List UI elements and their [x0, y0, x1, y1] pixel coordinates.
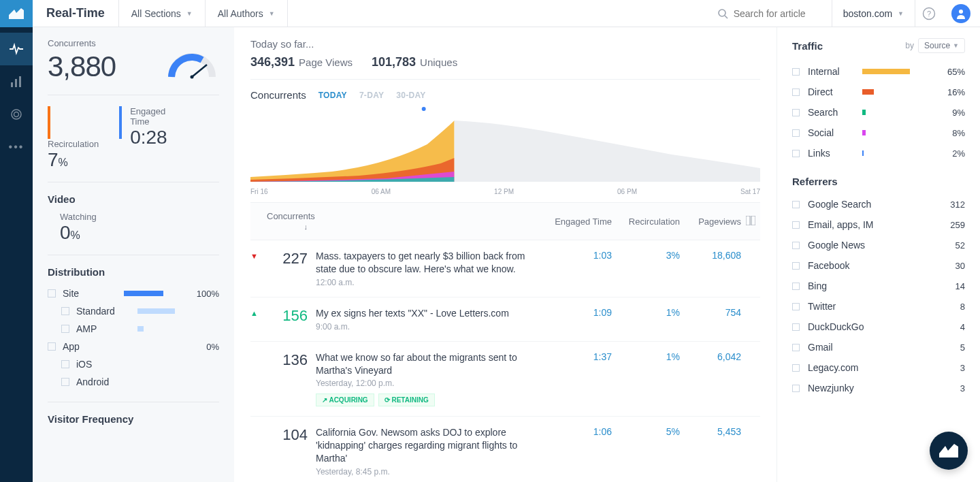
traffic-row[interactable]: Links 2%: [792, 143, 965, 163]
checkbox[interactable]: [792, 262, 800, 270]
tab-7day[interactable]: 7-DAY: [359, 91, 384, 100]
checkbox[interactable]: [61, 378, 69, 386]
referrer-label: Twitter: [808, 301, 960, 312]
referrer-row[interactable]: DuckDuckGo 4: [792, 317, 965, 337]
checkbox[interactable]: [792, 242, 800, 249]
help-icon: ?: [922, 7, 936, 20]
checkbox[interactable]: [48, 342, 56, 351]
checkbox[interactable]: [792, 150, 800, 157]
referrer-row[interactable]: Google Search 312: [792, 194, 965, 214]
article-title[interactable]: What we know so far about the migrants s…: [316, 351, 537, 377]
table-row[interactable]: ▲ 156 My ex signs her texts "XX" - Love …: [250, 298, 760, 342]
checkbox[interactable]: [792, 129, 800, 137]
chevron-down-icon[interactable]: ▼: [250, 252, 258, 260]
col-recirculation[interactable]: Recirculation: [612, 216, 680, 227]
referrer-row[interactable]: Newzjunky 3: [792, 378, 965, 398]
table-row[interactable]: 104 California Gov. Newsom asks DOJ to e…: [250, 417, 760, 482]
dist-row[interactable]: Site 100%: [48, 285, 219, 302]
traffic-row[interactable]: Social 8%: [792, 123, 965, 143]
traffic-label: Search: [808, 107, 857, 118]
filter-sections[interactable]: All Sections ▼: [119, 0, 206, 27]
nav-goals[interactable]: [0, 98, 33, 131]
checkbox[interactable]: [792, 68, 800, 76]
referrer-row[interactable]: Gmail 5: [792, 337, 965, 357]
recirc-value: 7: [48, 149, 59, 170]
search-box[interactable]: [708, 8, 832, 19]
dist-label: Site: [63, 288, 117, 299]
checkbox[interactable]: [48, 289, 56, 298]
tab-30day[interactable]: 30-DAY: [396, 91, 425, 100]
user-avatar[interactable]: [951, 4, 970, 23]
chevron-up-icon[interactable]: ▲: [250, 309, 258, 317]
checkbox[interactable]: [792, 109, 800, 116]
dist-label: Standard: [76, 306, 131, 317]
checkbox[interactable]: [61, 307, 69, 315]
traffic-row[interactable]: Search 9%: [792, 102, 965, 123]
referrer-label: Google News: [808, 240, 956, 251]
svg-point-12: [422, 107, 426, 111]
traffic-pct: 16%: [941, 87, 965, 97]
dist-label: Android: [76, 376, 131, 387]
col-concurrents[interactable]: Concurrents ↓: [267, 211, 316, 231]
checkbox[interactable]: [792, 385, 800, 392]
traffic-row[interactable]: Direct 16%: [792, 82, 965, 102]
recirc-label: Recirculation: [48, 106, 99, 149]
tab-today[interactable]: TODAY: [318, 91, 347, 100]
dist-row[interactable]: AMP: [61, 320, 219, 338]
referrer-row[interactable]: Google News 52: [792, 235, 965, 255]
nav-historical[interactable]: [0, 65, 33, 98]
tag: ⟳ RETAINING: [378, 393, 435, 406]
visitor-freq-header: Visitor Frequency: [48, 413, 219, 425]
checkbox[interactable]: [792, 303, 800, 310]
col-pageviews[interactable]: Pageviews: [680, 216, 741, 227]
table-row[interactable]: ▼ 227 Mass. taxpayers to get nearly $3 b…: [250, 240, 760, 298]
row-engaged-time: 1:37: [544, 351, 612, 407]
dist-row[interactable]: App 0%: [48, 338, 219, 355]
referrer-row[interactable]: Facebook 30: [792, 255, 965, 276]
table-row[interactable]: 136 What we know so far about the migran…: [250, 342, 760, 417]
brand-logo[interactable]: [0, 0, 33, 27]
checkbox[interactable]: [792, 344, 800, 351]
referrer-row[interactable]: Twitter 8: [792, 296, 965, 317]
col-engaged-time[interactable]: Engaged Time: [544, 216, 612, 227]
checkbox[interactable]: [792, 221, 800, 229]
row-concurrents: 136: [267, 351, 316, 407]
dist-pct: 0%: [206, 342, 219, 352]
dist-row[interactable]: Standard: [61, 302, 219, 320]
concurrents-value: 3,880: [48, 50, 116, 83]
checkbox[interactable]: [792, 364, 800, 372]
traffic-label: Social: [808, 127, 857, 138]
article-title[interactable]: My ex signs her texts "XX" - Love Letter…: [316, 307, 537, 320]
axis-tick: Fri 16: [250, 188, 268, 195]
row-pageviews: 18,608: [680, 250, 741, 287]
checkbox[interactable]: [792, 201, 800, 208]
article-title[interactable]: Mass. taxpayers to get nearly $3 billion…: [316, 250, 537, 276]
checkbox[interactable]: [792, 323, 800, 331]
row-engaged-time: 1:03: [544, 250, 612, 287]
bar-chart-icon: [10, 76, 22, 88]
referrer-row[interactable]: Email, apps, IM 259: [792, 214, 965, 235]
checkbox[interactable]: [61, 360, 69, 368]
referrer-row[interactable]: Bing 14: [792, 276, 965, 296]
checkbox[interactable]: [792, 283, 800, 290]
svg-point-9: [14, 112, 19, 117]
checkbox[interactable]: [61, 325, 69, 333]
source-dropdown[interactable]: Source ▼: [918, 38, 965, 53]
filter-authors[interactable]: All Authors ▼: [206, 0, 288, 27]
nav-realtime[interactable]: [0, 33, 33, 65]
pageviews-number: 346,391: [250, 55, 295, 69]
referrer-count: 30: [956, 261, 965, 271]
fab-button[interactable]: [930, 432, 968, 470]
nav-more[interactable]: •••: [0, 131, 33, 163]
search-icon: [717, 8, 728, 19]
referrer-row[interactable]: Legacy.com 3: [792, 357, 965, 378]
column-toggle[interactable]: [741, 216, 760, 227]
article-title[interactable]: California Gov. Newsom asks DOJ to explo…: [316, 426, 537, 465]
help-button[interactable]: ?: [915, 0, 942, 27]
dist-row[interactable]: iOS: [61, 355, 219, 373]
traffic-row[interactable]: Internal 65%: [792, 61, 965, 82]
site-selector[interactable]: boston.com ▼: [832, 0, 915, 27]
dist-row[interactable]: Android: [61, 373, 219, 391]
checkbox[interactable]: [792, 89, 800, 96]
search-input[interactable]: [734, 8, 822, 19]
